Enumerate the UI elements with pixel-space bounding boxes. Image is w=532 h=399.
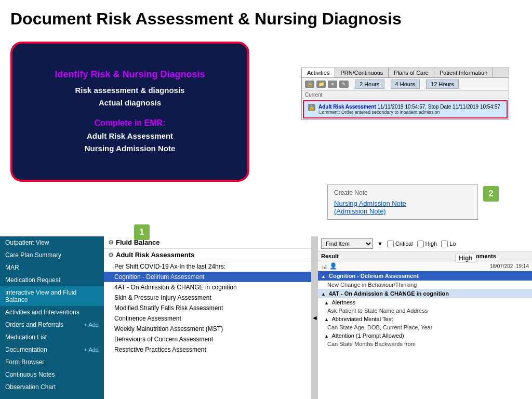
blue-box-items: Adult Risk Assessment Nursing Admission … xyxy=(85,130,175,155)
sidebar-item-medrequest[interactable]: Medication Request xyxy=(0,274,104,286)
tab-patient-info[interactable]: Patient Information xyxy=(434,68,493,77)
cognition-sub-item: New Change in Behaviour/Thinking xyxy=(318,281,532,289)
btn-12hours[interactable]: 12 Hours xyxy=(426,79,459,89)
tab-prn[interactable]: PRN/Continuous xyxy=(335,68,389,77)
dropdown-arrow-icon: ▼ xyxy=(377,241,383,247)
column-headers: Result Comments xyxy=(318,251,532,261)
right-panel-arrow[interactable]: ◀ xyxy=(312,236,318,399)
nursing-admission-note-link[interactable]: Nursing Admission Note(Admission Note) xyxy=(334,200,471,215)
sidebar-item-formbrowser[interactable]: Form Browser xyxy=(0,356,104,368)
middle-panel: ⚙ Fluid Balance ⚙ Adult Risk Assessments… xyxy=(104,236,312,399)
person-icon: 👤 xyxy=(329,262,337,270)
triangle-icon-4at: ▲ xyxy=(321,291,326,297)
adult-risk-label: Adult Risk Assessments xyxy=(116,251,194,259)
btn-2hours[interactable]: 2 Hours xyxy=(355,79,384,89)
bottom-section: Outpatient View Care Plan Summary MAR Me… xyxy=(0,236,532,399)
blue-box-text: Risk assessment & diagnosis Actual diagn… xyxy=(75,84,185,109)
high-badge: High xyxy=(455,254,476,263)
badge-2: 2 xyxy=(483,186,499,202)
sidebar-item-careplan[interactable]: Care Plan Summary xyxy=(0,249,104,261)
fluid-gear-icon: ⚙ xyxy=(108,239,114,246)
triangle-icon-cognition: ▲ xyxy=(321,274,326,279)
badge-1: 1 xyxy=(134,224,150,240)
emr-lock-icon: 🔒 xyxy=(308,104,315,111)
list-item-behaviours[interactable]: Behaviours of Concern Assessment xyxy=(104,334,311,344)
cognition-section-header[interactable]: ▲ Cognition - Delirium Assessment xyxy=(318,271,532,281)
list-item-malnutrition[interactable]: Weekly Malnutrition Assessment (MST) xyxy=(104,324,311,334)
orders-add-btn[interactable]: + Add xyxy=(84,322,99,328)
high-checkbox-label: High xyxy=(417,241,437,247)
alertness-header[interactable]: ▲ Alertness xyxy=(318,298,532,307)
list-item-cognition[interactable]: Cognition - Delirium Assessment xyxy=(104,272,311,282)
sidebar-item-orders[interactable]: Orders and Referrals + Add xyxy=(0,318,104,331)
create-note-panel: Create Note Nursing Admission Note(Admis… xyxy=(327,184,478,220)
right-panel: Find Item ▼ Critical High Lo xyxy=(318,236,532,399)
toolbar-icon-2: 📁 xyxy=(316,81,326,88)
high-label: High xyxy=(425,241,437,247)
identify-title: Identify Risk & Nursing Diagnosis xyxy=(55,69,205,80)
list-item-falls[interactable]: Modified Stratify Falls Risk Assessment xyxy=(104,303,311,313)
list-item-continence[interactable]: Continence Assessment xyxy=(104,313,311,324)
sidebar-item-medlist[interactable]: Medication List xyxy=(0,331,104,343)
docs-add-btn[interactable]: + Add xyxy=(84,347,99,353)
emr-panel: Activities PRN/Continuous Plans of Care … xyxy=(301,68,509,120)
sidebar-orders-label: Orders and Referrals xyxy=(5,321,63,328)
emr-assessment-row: 🔒 Adult Risk Assessment 11/11/2019 10:54… xyxy=(303,100,508,118)
emr-toolbar: 🔒 📁 ≡ ✎ 2 Hours 4 Hours 12 Hours xyxy=(302,78,509,91)
attention-header[interactable]: ▲ Attention (1 Prompt Allowed) xyxy=(318,331,532,340)
page-title: Document Risk Assessment & Nursing Diagn… xyxy=(0,0,532,34)
triangle-icon-attention: ▲ xyxy=(324,334,329,339)
4at-section-header[interactable]: ▲ 4AT - On Admission & CHANGE in cogniti… xyxy=(318,289,532,298)
tab-activities[interactable]: Activities xyxy=(302,68,335,77)
adult-risk-header: ⚙ Adult Risk Assessments xyxy=(104,249,311,261)
emr-current-label: Current xyxy=(302,91,509,99)
emr-assessment-text: Adult Risk Assessment 11/11/2019 10:54:5… xyxy=(318,104,500,115)
high-checkbox[interactable] xyxy=(417,241,424,247)
triangle-icon-alertness: ▲ xyxy=(324,300,329,305)
list-item-covid[interactable]: Per Shift COVID-19 Ax-In the last 24hrs: xyxy=(104,261,311,272)
emr-tabs: Activities PRN/Continuous Plans of Care … xyxy=(302,68,509,78)
tab-plans-of-care[interactable]: Plans of Care xyxy=(389,68,434,77)
abbreviated-sub: Can State Age, DOB, Current Place, Year xyxy=(318,323,532,331)
toolbar-icon-3: ≡ xyxy=(328,81,337,88)
chart-icon: 📊 xyxy=(321,263,327,269)
sidebar-docs-label: Documentation xyxy=(5,346,47,353)
sidebar-item-interactive[interactable]: Interactive View and Fluid Balance xyxy=(0,286,104,306)
list-item-4at[interactable]: 4AT - On Admission & CHANGE in cognition xyxy=(104,282,311,292)
critical-checkbox-label: Critical xyxy=(387,241,413,247)
triangle-icon-abbreviated: ▲ xyxy=(324,317,329,322)
list-item-skin[interactable]: Skin & Pressure Injury Assessment xyxy=(104,292,311,303)
adult-gear-icon: ⚙ xyxy=(108,251,114,259)
toolbar-icon-1: 🔒 xyxy=(305,81,314,88)
right-panel-inner: ◀ Find Item ▼ Critical High xyxy=(312,236,532,399)
lo-label: Lo xyxy=(449,241,456,247)
sidebar-item-outpatient[interactable]: Outpatient View xyxy=(0,236,104,249)
abbreviated-header[interactable]: ▲ Abbreviated Mental Test xyxy=(318,315,532,323)
sidebar-item-continuous[interactable]: Continuous Notes xyxy=(0,368,104,381)
create-note-title: Create Note xyxy=(334,189,471,196)
sidebar-item-activities[interactable]: Activities and Interventions xyxy=(0,306,104,318)
blue-box: Identify Risk & Nursing Diagnosis Risk a… xyxy=(10,42,249,182)
date-time: 18/07/202 19:14 xyxy=(490,263,529,269)
lo-checkbox-label: Lo xyxy=(441,241,456,247)
date-bar: 📊 👤 18/07/202 19:14 xyxy=(318,261,532,271)
sidebar-item-documentation[interactable]: Documentation + Add xyxy=(0,343,104,356)
sidebar-item-observation[interactable]: Observation Chart xyxy=(0,381,104,393)
sidebar: Outpatient View Care Plan Summary MAR Me… xyxy=(0,236,104,399)
lo-checkbox[interactable] xyxy=(441,241,448,247)
toolbar-icon-4: ✎ xyxy=(339,81,349,88)
complete-emr-label: Complete in EMR: xyxy=(95,118,166,128)
critical-checkbox[interactable] xyxy=(387,241,394,247)
attention-sub: Can State Months Backwards from xyxy=(318,340,532,348)
btn-4hours[interactable]: 4 Hours xyxy=(391,79,420,89)
alertness-sub: Ask Patient to State Name and Address xyxy=(318,307,532,315)
find-item-select[interactable]: Find Item xyxy=(321,238,373,249)
find-item-bar: Find Item ▼ Critical High Lo xyxy=(318,236,532,251)
critical-label: Critical xyxy=(395,241,413,247)
sidebar-item-mar[interactable]: MAR xyxy=(0,261,104,274)
right-panel-container: ◀ Find Item ▼ Critical High xyxy=(312,236,532,399)
list-item-restrictive[interactable]: Restrictive Practices Assessment xyxy=(104,344,311,355)
result-col-header: Result xyxy=(321,253,467,259)
